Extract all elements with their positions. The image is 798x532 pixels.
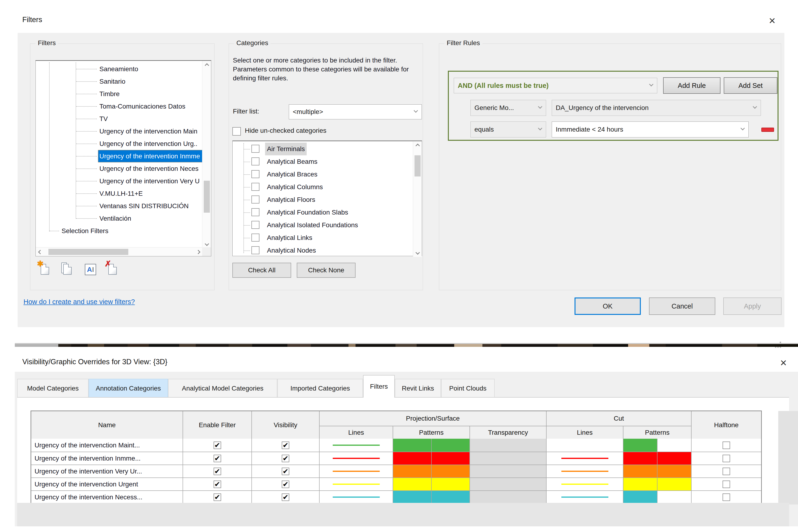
scrollbar-thumb[interactable] <box>49 249 128 255</box>
halftone-cell[interactable] <box>691 465 761 477</box>
cut-patterns-cell[interactable] <box>623 478 691 490</box>
cut-patterns-cell[interactable] <box>623 491 691 504</box>
category-item[interactable]: Air Terminals <box>233 142 413 155</box>
cut-patterns-cell[interactable] <box>623 452 691 464</box>
scroll-up-icon[interactable] <box>202 61 211 70</box>
cut-lines-cell[interactable] <box>547 478 623 490</box>
enable-filter-checkbox[interactable]: ✔ <box>214 455 221 462</box>
hide-unchecked-checkbox[interactable] <box>232 127 241 136</box>
category-item[interactable]: Analytical Braces <box>233 168 413 181</box>
check-all-button[interactable]: Check All <box>232 263 291 278</box>
tree-vertical-scrollbar[interactable] <box>202 61 211 248</box>
transparency-cell[interactable] <box>470 465 547 477</box>
close-icon[interactable]: × <box>780 357 787 368</box>
enable-filter-cell[interactable]: ✔ <box>183 478 252 490</box>
halftone-checkbox[interactable] <box>723 480 730 488</box>
tree-item[interactable]: Timbre <box>36 88 203 100</box>
transparency-cell[interactable] <box>470 478 547 490</box>
scroll-down-icon[interactable] <box>202 239 211 248</box>
enable-filter-cell[interactable]: ✔ <box>183 452 252 464</box>
category-checkbox[interactable] <box>251 246 260 254</box>
halftone-checkbox[interactable] <box>723 493 730 501</box>
tab-revit-links[interactable]: Revit Links <box>395 379 441 398</box>
enable-filter-checkbox[interactable]: ✔ <box>214 480 221 488</box>
visibility-checkbox[interactable]: ✔ <box>282 493 289 501</box>
category-item[interactable]: Analytical Nodes <box>233 244 413 257</box>
categories-vertical-scrollbar[interactable] <box>413 141 422 257</box>
category-checkbox[interactable] <box>251 208 260 216</box>
category-checkbox[interactable] <box>251 233 260 242</box>
halftone-checkbox[interactable] <box>723 468 730 475</box>
close-icon[interactable]: × <box>769 15 776 26</box>
category-checkbox[interactable] <box>251 221 260 229</box>
category-item[interactable]: Analytical Floors <box>233 193 413 206</box>
halftone-checkbox[interactable] <box>723 455 730 462</box>
cut-patterns-cell[interactable] <box>623 465 691 477</box>
projection-patterns-cell[interactable] <box>393 465 470 477</box>
enable-filter-cell[interactable]: ✔ <box>183 465 252 477</box>
category-checkbox[interactable] <box>251 183 260 191</box>
category-item[interactable]: Analytical Isolated Foundations <box>233 219 413 231</box>
remove-rule-icon[interactable] <box>761 128 774 132</box>
new-filter-icon[interactable]: ✱ <box>37 261 54 278</box>
tree-item-selection-filters[interactable]: Selection Filters <box>36 225 203 237</box>
projection-lines-cell[interactable] <box>320 465 393 477</box>
enable-filter-checkbox[interactable]: ✔ <box>214 468 221 475</box>
scroll-down-icon[interactable] <box>413 248 422 257</box>
rule-operator-dropdown[interactable]: equals <box>471 121 546 137</box>
scroll-right-icon[interactable] <box>194 247 203 256</box>
category-checkbox[interactable] <box>251 145 260 153</box>
projection-patterns-cell[interactable] <box>393 491 470 504</box>
projection-patterns-cell[interactable] <box>393 439 470 452</box>
scroll-left-icon[interactable] <box>36 247 45 256</box>
enable-filter-checkbox[interactable]: ✔ <box>214 441 221 449</box>
rename-filter-icon[interactable]: AI <box>82 261 99 278</box>
tree-item[interactable]: Urgency of the intervention Very U <box>36 175 203 187</box>
tab-point-clouds[interactable]: Point Clouds <box>441 379 495 398</box>
halftone-checkbox[interactable] <box>723 441 730 449</box>
tree-item[interactable]: TV <box>36 113 203 125</box>
category-checkbox[interactable] <box>251 157 260 166</box>
projection-lines-cell[interactable] <box>320 439 393 452</box>
visibility-checkbox[interactable]: ✔ <box>282 455 289 462</box>
cut-lines-cell[interactable] <box>547 491 623 504</box>
tree-item[interactable]: Toma-Comunicaciones Datos <box>36 100 203 113</box>
tree-item[interactable]: Urgency of the intervenction Urg.. <box>36 137 203 150</box>
visibility-cell[interactable]: ✔ <box>252 491 320 504</box>
cut-lines-cell[interactable] <box>547 465 623 477</box>
tree-item[interactable]: Sanitario <box>36 75 203 88</box>
projection-lines-cell[interactable] <box>320 491 393 504</box>
enable-filter-checkbox[interactable]: ✔ <box>214 493 221 501</box>
category-item[interactable]: Analytical Foundation Slabs <box>233 206 413 219</box>
tab-filters[interactable]: Filters <box>363 375 395 398</box>
category-item[interactable]: Analytical Links <box>233 231 413 244</box>
transparency-cell[interactable] <box>470 491 547 504</box>
projection-patterns-cell[interactable] <box>393 478 470 490</box>
filter-list-dropdown[interactable]: <multiple> <box>289 104 422 119</box>
scroll-up-icon[interactable] <box>413 141 422 150</box>
categories-list[interactable]: Air Terminals Analytical Beams Analytica… <box>232 140 422 256</box>
category-item[interactable]: Analytical Beams <box>233 155 413 168</box>
tree-item[interactable]: Ventilación <box>36 212 203 225</box>
visibility-cell[interactable]: ✔ <box>252 439 320 452</box>
cancel-button[interactable]: Cancel <box>649 298 715 315</box>
rule-parameter-dropdown[interactable]: DA_Urgency of the intervencion <box>552 100 761 116</box>
category-item[interactable]: Analytical Columns <box>233 181 413 193</box>
tree-item[interactable]: Saneamiento <box>36 63 203 75</box>
enable-filter-cell[interactable]: ✔ <box>183 439 252 452</box>
visibility-cell[interactable]: ✔ <box>252 465 320 477</box>
rule-value-dropdown[interactable]: Inmmediate < 24 hours <box>552 121 749 137</box>
tab-model-categories[interactable]: Model Categories <box>17 379 89 398</box>
ok-button[interactable]: OK <box>574 298 641 315</box>
visibility-checkbox[interactable]: ✔ <box>282 468 289 475</box>
halftone-cell[interactable] <box>691 439 761 452</box>
tree-item[interactable]: V.MU.LH-11+E <box>36 187 203 200</box>
transparency-cell[interactable] <box>470 439 547 452</box>
rule-combinator-dropdown[interactable]: AND (All rules must be true) <box>454 78 657 93</box>
tab-imported-categories[interactable]: Imported Categories <box>277 379 363 398</box>
tab-annotation-categories[interactable]: Annotation Categories <box>89 379 168 398</box>
check-none-button[interactable]: Check None <box>297 263 356 278</box>
halftone-cell[interactable] <box>691 478 761 490</box>
add-set-button[interactable]: Add Set <box>724 77 777 94</box>
scrollbar-thumb[interactable] <box>415 155 421 176</box>
